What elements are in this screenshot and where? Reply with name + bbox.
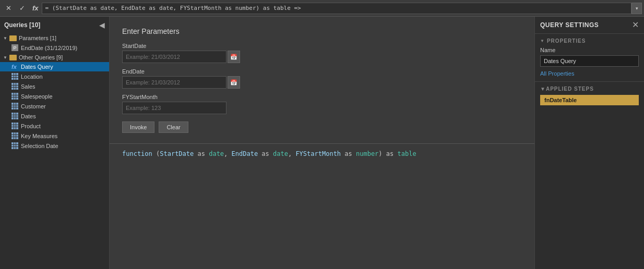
fx-icon: fx [11,64,18,70]
name-field-label: Name [540,47,639,53]
other-queries-triangle-icon: ▼ [3,55,7,60]
properties-section-label: ▼ PROPERTIES [540,38,639,44]
fy-start-month-input[interactable] [122,102,226,114]
end-date-input[interactable] [122,76,226,89]
formula-bar: ✕ ✓ fx ▾ [0,0,644,17]
sidebar-item-enddate[interactable]: P EndDate (31/12/2019) [0,43,109,53]
other-queries-group-label: Other Queries [9] [19,54,63,60]
sidebar-item-dates-query-label: Dates Query [21,64,53,70]
enter-params-title: Enter Parameters [122,27,522,35]
end-date-row: EndDate 📅 [122,68,522,89]
right-panel-close-button[interactable]: ✕ [632,21,639,29]
grid-icon-selection-date [11,142,18,149]
sidebar-item-product-label: Product [21,123,41,129]
sidebar-item-product[interactable]: Product [0,121,109,131]
end-date-label: EndDate [122,68,522,75]
parameters-group: ▼ Parameters [1] P EndDate (31/12/2019) [0,33,109,53]
grid-icon-salespeople [11,93,18,100]
grid-icon-customer [11,103,18,109]
btn-row: Invoke Clear [122,121,522,133]
right-panel: QUERY SETTINGS ✕ ▼ PROPERTIES Name All P… [534,17,644,269]
other-queries-folder-icon [9,55,17,60]
parameters-triangle-icon: ▼ [3,36,7,41]
sidebar-item-key-measures[interactable]: Key Measures [0,131,109,141]
main-layout: Queries [10] ◀ ▼ Parameters [1] P EndDat… [0,17,644,269]
sidebar-item-salespeople-label: Salespeople [21,93,53,100]
sidebar-item-sales[interactable]: Sales [0,81,109,91]
sidebar-item-customer[interactable]: Customer [0,101,109,111]
sidebar-item-customer-label: Customer [21,103,46,109]
queries-count-label: Queries [10] [4,21,40,29]
sidebar-item-enddate-label: EndDate (31/12/2019) [21,45,77,51]
fy-start-month-row: FYStartMonth [122,94,522,114]
sidebar-item-location[interactable]: Location [0,71,109,81]
grid-icon-product [11,123,18,129]
sidebar-item-selection-date-label: Selection Date [21,143,58,149]
fy-start-month-input-row [122,102,522,114]
sidebar-item-selection-date[interactable]: Selection Date [0,141,109,151]
parameters-group-header[interactable]: ▼ Parameters [1] [0,33,109,43]
grid-icon-sales [11,83,18,90]
invoke-button[interactable]: Invoke [122,121,154,133]
sidebar-item-key-measures-label: Key Measures [21,133,57,139]
enter-params-panel: Enter Parameters StartDate 📅 EndDate 📅 [110,17,534,144]
clear-button[interactable]: Clear [159,121,188,133]
other-queries-group: ▼ Other Queries [9] fx Dates Query Locat… [0,53,109,151]
sidebar-item-dates-label: Dates [21,113,36,119]
fy-start-month-label: FYStartMonth [122,94,522,100]
sidebar-collapse-button[interactable]: ◀ [99,21,105,29]
function-display: function (StartDate as date, EndDate as … [110,144,534,164]
parameters-folder-icon [9,35,17,41]
properties-triangle-icon: ▼ [540,39,545,43]
grid-icon-dates [11,113,18,119]
step-item-fndatetable[interactable]: fnDateTable [540,95,639,105]
formula-dropdown-button[interactable]: ▾ [631,3,642,14]
parameters-group-label: Parameters [1] [19,35,56,41]
applied-steps-triangle-icon: ▼ [540,86,546,92]
grid-icon-key-measures [11,132,18,139]
name-input[interactable] [540,55,639,67]
confirm-button[interactable]: ✓ [16,2,28,15]
right-panel-header: QUERY SETTINGS ✕ [535,17,644,33]
right-panel-title: QUERY SETTINGS [540,21,599,29]
end-date-calendar-button[interactable]: 📅 [228,76,240,89]
sidebar-item-dates-query[interactable]: fx Dates Query [0,62,109,71]
center-content: Enter Parameters StartDate 📅 EndDate 📅 [110,17,534,269]
sidebar: Queries [10] ◀ ▼ Parameters [1] P EndDat… [0,17,110,269]
sidebar-item-location-label: Location [21,74,43,80]
sidebar-header: Queries [10] ◀ [0,17,109,33]
cancel-button[interactable]: ✕ [2,2,15,15]
sidebar-item-salespeople[interactable]: Salespeople [0,91,109,101]
fx-label: fx [32,4,39,12]
end-date-input-row: 📅 [122,76,522,89]
start-date-calendar-button[interactable]: 📅 [228,51,240,63]
param-icon: P [11,44,18,51]
properties-section: ▼ PROPERTIES Name All Properties [535,34,644,81]
other-queries-group-header[interactable]: ▼ Other Queries [9] [0,53,109,62]
start-date-label: StartDate [122,43,522,49]
start-date-row: StartDate 📅 [122,43,522,63]
all-properties-link[interactable]: All Properties [540,70,574,77]
start-date-input[interactable] [122,51,226,63]
function-text: function (StartDate as date, EndDate as … [122,150,416,157]
sidebar-item-dates[interactable]: Dates [0,111,109,121]
start-date-input-row: 📅 [122,51,522,63]
applied-steps-section: ▼ APPLIED STEPS fnDateTable [535,82,644,111]
applied-steps-label: ▼ APPLIED STEPS [540,86,639,92]
grid-icon-location [11,73,18,80]
formula-input[interactable] [42,3,631,14]
sidebar-item-sales-label: Sales [21,83,35,90]
